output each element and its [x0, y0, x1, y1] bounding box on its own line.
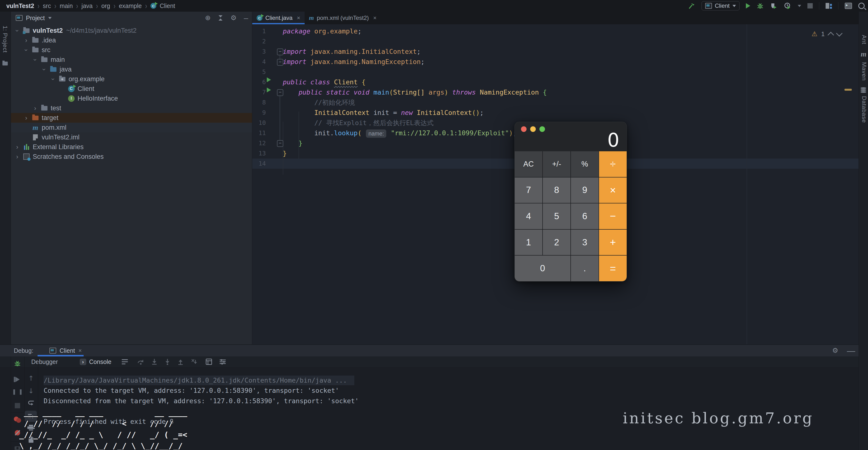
scroll-down-icon[interactable]: ↓: [24, 387, 38, 395]
calc-key-9[interactable]: 9: [571, 178, 598, 203]
tree-item-test[interactable]: ›test: [11, 103, 252, 113]
debug-session-tab[interactable]: Client ×: [50, 345, 82, 356]
calc-key-[interactable]: +/-: [543, 151, 570, 177]
close-icon[interactable]: ×: [373, 14, 377, 21]
calc-key-[interactable]: %: [571, 151, 598, 177]
tree-item-java[interactable]: ›java: [11, 64, 252, 74]
chevron-icon[interactable]: ›: [13, 28, 21, 33]
run-config-select[interactable]: Client: [702, 1, 740, 10]
calc-key-5[interactable]: 5: [543, 203, 570, 229]
calc-key-4[interactable]: 4: [515, 203, 542, 229]
calc-key-3[interactable]: 3: [571, 230, 598, 255]
tree-item-org-example[interactable]: ›org.example: [11, 74, 252, 84]
fold-marker[interactable]: −: [277, 140, 283, 147]
tree-item-vulntest2[interactable]: ›vulnTest2~/d4m1ts/java/vulnTest2: [11, 26, 252, 35]
step-into-icon[interactable]: [151, 359, 157, 365]
chevron-icon[interactable]: ›: [15, 153, 20, 160]
tree-item-src[interactable]: ›src: [11, 45, 252, 55]
tab-client-java[interactable]: CClient.java×: [252, 12, 305, 24]
tab-console[interactable]: › Console: [80, 356, 112, 367]
breadcrumb-item[interactable]: org: [101, 2, 110, 9]
chevron-icon[interactable]: ›: [24, 37, 29, 44]
tree-item-scratches-and-consoles[interactable]: ›Scratches and Consoles: [11, 152, 252, 161]
chevron-icon[interactable]: ›: [24, 114, 29, 122]
stripe-project-label[interactable]: 1: Project: [2, 26, 8, 53]
breadcrumb-item[interactable]: Client: [160, 2, 175, 9]
tree-item-client[interactable]: CClient: [11, 84, 252, 94]
breadcrumb[interactable]: vulnTest2›src›main›java›org›example›CCli…: [6, 2, 175, 9]
fold-marker[interactable]: −: [277, 89, 283, 96]
tab-debugger[interactable]: Debugger: [31, 356, 58, 367]
chevron-icon[interactable]: ›: [23, 48, 30, 52]
tree-item-hellointerface[interactable]: IHelloInterface: [11, 94, 252, 103]
maven-stripe-icon[interactable]: m: [861, 50, 866, 58]
scroll-up-icon[interactable]: ↑: [24, 374, 38, 382]
database-stripe-icon[interactable]: [861, 87, 866, 93]
breadcrumb-item[interactable]: vulnTest2: [6, 2, 34, 9]
stripe-maven-label[interactable]: Maven: [861, 62, 868, 81]
chevron-icon[interactable]: ›: [33, 104, 37, 112]
breadcrumb-item[interactable]: java: [82, 2, 93, 9]
chevron-icon[interactable]: ›: [50, 77, 57, 82]
calc-key-[interactable]: ÷: [599, 151, 627, 177]
stop-button[interactable]: [807, 3, 813, 8]
build-hammer-icon[interactable]: [688, 2, 695, 9]
close-icon[interactable]: ×: [297, 14, 300, 21]
search-icon[interactable]: [858, 3, 865, 9]
project-panel-title[interactable]: Project: [26, 14, 45, 22]
calc-key-6[interactable]: 6: [571, 203, 598, 229]
calc-key-2[interactable]: 2: [543, 230, 570, 255]
gear-icon[interactable]: ⚙: [230, 14, 237, 21]
force-step-into-icon[interactable]: [164, 359, 170, 365]
terminal-icon[interactable]: [845, 3, 852, 9]
breadcrumb-item[interactable]: main: [60, 2, 73, 9]
drop-frame-icon[interactable]: [190, 359, 197, 365]
profiler-chevron-icon[interactable]: [798, 5, 801, 7]
tree-item-vulntest2-iml[interactable]: vulnTest2.iml: [11, 132, 252, 142]
chevron-icon[interactable]: ›: [40, 67, 48, 72]
calc-key-[interactable]: .: [571, 256, 598, 281]
evaluate-expression-icon[interactable]: [206, 358, 212, 365]
chevron-icon[interactable]: ›: [31, 57, 39, 62]
fold-marker[interactable]: −: [277, 59, 283, 66]
debug-button[interactable]: [756, 2, 764, 9]
pause-icon[interactable]: [11, 389, 24, 395]
resume-icon[interactable]: [11, 377, 24, 382]
breadcrumb-item[interactable]: example: [119, 2, 142, 9]
project-structure-icon[interactable]: [826, 3, 832, 9]
tree-item-target[interactable]: ›target: [11, 113, 252, 123]
calc-key-[interactable]: =: [599, 256, 627, 281]
calc-key-ac[interactable]: AC: [515, 151, 542, 177]
calc-key-7[interactable]: 7: [515, 178, 542, 203]
locate-icon[interactable]: ⊕: [205, 14, 211, 21]
calculator-window[interactable]: 0 AC+/-%÷789×456−123+0.=: [515, 122, 627, 281]
close-icon[interactable]: ×: [79, 347, 82, 354]
gear-icon[interactable]: ⚙: [832, 347, 838, 354]
profiler-button[interactable]: [784, 2, 792, 9]
calc-key-[interactable]: +: [599, 230, 627, 255]
chevron-down-icon[interactable]: [48, 17, 52, 19]
tree-item-external-libraries[interactable]: ›External Libraries: [11, 142, 252, 152]
soft-wrap-icon[interactable]: [121, 359, 128, 365]
run-button[interactable]: [746, 3, 750, 8]
hide-panel-icon[interactable]: –: [244, 14, 248, 22]
rerun-debug-icon[interactable]: [11, 360, 24, 367]
fold-marker[interactable]: −: [277, 49, 283, 55]
calc-key-[interactable]: −: [599, 203, 627, 229]
tree-item-pom-xml[interactable]: mpom.xml: [11, 123, 252, 132]
settings-filter-icon[interactable]: [219, 359, 226, 365]
calc-key-[interactable]: ×: [599, 178, 627, 203]
tree-item-main[interactable]: ›main: [11, 55, 252, 64]
tab-pom-xml-vulntest2-[interactable]: mpom.xml (vulnTest2)×: [305, 12, 381, 24]
collapse-all-icon[interactable]: [218, 15, 223, 21]
step-over-icon[interactable]: [137, 359, 145, 365]
stripe-database-label[interactable]: Database: [861, 96, 868, 123]
hide-panel-icon[interactable]: —: [847, 347, 855, 355]
breadcrumb-item[interactable]: src: [43, 2, 51, 9]
calc-key-0[interactable]: 0: [515, 256, 570, 281]
calc-key-1[interactable]: 1: [515, 230, 542, 255]
calc-key-8[interactable]: 8: [543, 178, 570, 203]
coverage-button[interactable]: [770, 2, 777, 9]
scroll-to-end-icon[interactable]: [24, 400, 38, 406]
step-out-icon[interactable]: [177, 359, 184, 365]
